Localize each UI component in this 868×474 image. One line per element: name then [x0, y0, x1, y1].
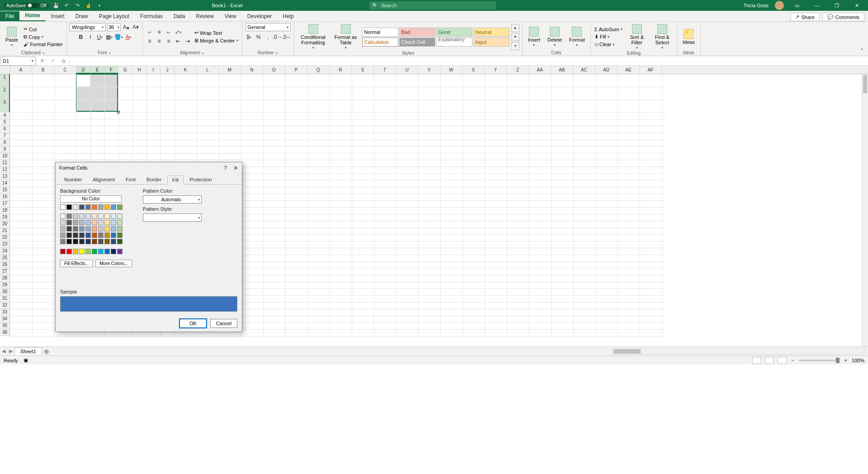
tab-draw[interactable]: Draw — [70, 11, 94, 21]
alignment-launcher-icon[interactable]: ↘ — [201, 51, 204, 55]
tab-view[interactable]: View — [219, 11, 242, 21]
insert-cells-button[interactable]: Insert▾ — [525, 26, 543, 48]
scroll-thumb[interactable] — [863, 75, 867, 93]
font-color-button[interactable]: A▾ — [124, 33, 132, 41]
column-header[interactable]: O — [263, 66, 285, 74]
color-swatch[interactable] — [111, 220, 116, 225]
bold-button[interactable]: B — [77, 33, 85, 41]
color-swatch[interactable] — [98, 220, 104, 225]
row-header[interactable]: 9 — [0, 146, 10, 153]
cell-style-calculation[interactable]: Calculation — [362, 38, 398, 47]
column-header[interactable]: Z — [507, 66, 529, 74]
column-header[interactable]: P — [285, 66, 307, 74]
cancel-formula-icon[interactable]: ✕ — [37, 57, 47, 66]
row-header[interactable]: 36 — [0, 329, 10, 336]
clear-button[interactable]: ◇Clear▾ — [594, 41, 623, 48]
align-middle-icon[interactable]: ≡ — [155, 28, 163, 36]
row-header[interactable]: 1 — [0, 74, 10, 87]
color-swatch[interactable] — [92, 232, 97, 238]
color-swatch[interactable] — [73, 204, 78, 210]
row-header[interactable]: 27 — [0, 268, 10, 275]
tab-review[interactable]: Review — [190, 11, 219, 21]
normal-view-icon[interactable] — [752, 357, 761, 364]
autosave-toggle[interactable]: AutoSave Off — [4, 3, 49, 9]
column-header[interactable]: M — [219, 66, 241, 74]
styles-scroll-down-icon[interactable]: ▼ — [511, 33, 519, 41]
color-swatch[interactable] — [60, 204, 66, 210]
decrease-decimal-icon[interactable]: .0← — [283, 33, 291, 41]
number-format-combo[interactable]: General▾ — [245, 23, 291, 31]
color-swatch[interactable] — [98, 213, 104, 219]
row-header[interactable]: 21 — [0, 228, 10, 234]
column-header[interactable]: V — [418, 66, 440, 74]
color-swatch[interactable] — [85, 213, 91, 219]
orientation-icon[interactable]: ⤢▾ — [174, 28, 182, 36]
number-launcher-icon[interactable]: ↘ — [274, 51, 278, 55]
maximize-icon[interactable]: ❐ — [830, 0, 844, 11]
column-header[interactable]: K — [175, 66, 197, 74]
color-swatch[interactable] — [117, 220, 123, 225]
user-name[interactable]: Tricia Goss — [744, 3, 769, 8]
ok-button[interactable]: OK — [179, 319, 207, 328]
color-swatch[interactable] — [111, 226, 116, 232]
column-header[interactable]: L — [197, 66, 219, 74]
indent-increase-icon[interactable]: ⇥ — [184, 37, 192, 45]
color-swatch[interactable] — [73, 213, 78, 219]
tab-page-layout[interactable]: Page Layout — [94, 11, 135, 21]
underline-button[interactable]: U▾ — [96, 33, 104, 41]
column-header[interactable]: B — [32, 66, 54, 74]
color-swatch[interactable] — [104, 220, 110, 225]
row-header[interactable]: 16 — [0, 194, 10, 200]
color-swatch[interactable] — [104, 249, 110, 254]
formula-input[interactable] — [70, 57, 868, 66]
color-swatch[interactable] — [66, 220, 72, 225]
ribbon-display-icon[interactable]: ▭ — [790, 0, 804, 11]
row-header[interactable]: 8 — [0, 139, 10, 146]
color-swatch[interactable] — [117, 249, 123, 254]
color-swatch[interactable] — [117, 213, 123, 219]
cell-style-explanatory[interactable]: Explanatory ... — [436, 38, 472, 47]
row-header[interactable]: 31 — [0, 295, 10, 302]
row-header[interactable]: 35 — [0, 322, 10, 329]
column-header[interactable]: G — [118, 66, 132, 74]
column-header[interactable]: D — [76, 66, 90, 74]
column-header[interactable]: U — [396, 66, 418, 74]
tab-data[interactable]: Data — [168, 11, 190, 21]
scroll-thumb[interactable] — [613, 349, 641, 354]
row-header[interactable]: 30 — [0, 289, 10, 295]
undo-icon[interactable]: ↶ — [63, 1, 71, 9]
column-header[interactable]: A — [10, 66, 32, 74]
tab-file[interactable]: File — [0, 11, 19, 21]
fill-button[interactable]: ⬇Fill▾ — [594, 33, 623, 40]
tab-developer[interactable]: Developer — [242, 11, 278, 21]
color-swatch[interactable] — [66, 249, 72, 254]
align-right-icon[interactable]: ≡ — [165, 37, 173, 45]
color-swatch[interactable] — [111, 249, 116, 254]
column-header[interactable]: W — [440, 66, 462, 74]
row-header[interactable]: 23 — [0, 241, 10, 248]
column-header[interactable]: AE — [618, 66, 640, 74]
dialog-close-icon[interactable]: ✕ — [233, 165, 238, 171]
color-swatch[interactable] — [85, 226, 91, 232]
row-header[interactable]: 22 — [0, 234, 10, 241]
color-swatch[interactable] — [98, 204, 104, 210]
column-header[interactable]: J — [160, 66, 175, 74]
color-swatch[interactable] — [92, 239, 97, 244]
row-header[interactable]: 20 — [0, 221, 10, 228]
color-swatch[interactable] — [66, 204, 72, 210]
row-header[interactable]: 24 — [0, 248, 10, 255]
color-swatch[interactable] — [79, 232, 85, 238]
zoom-knob[interactable] — [836, 358, 840, 363]
horizontal-scrollbar[interactable] — [612, 348, 865, 355]
align-top-icon[interactable]: ⌐ — [146, 28, 154, 36]
align-center-icon[interactable]: ≡ — [155, 37, 163, 45]
color-swatch[interactable] — [79, 249, 85, 254]
color-swatch[interactable] — [79, 239, 85, 244]
column-header[interactable]: AF — [640, 66, 662, 74]
row-header[interactable]: 3 — [0, 100, 10, 112]
row-header[interactable]: 32 — [0, 302, 10, 309]
color-swatch[interactable] — [92, 213, 97, 219]
color-swatch[interactable] — [79, 204, 85, 210]
row-header[interactable]: 11 — [0, 160, 10, 166]
row-header[interactable]: 15 — [0, 187, 10, 194]
